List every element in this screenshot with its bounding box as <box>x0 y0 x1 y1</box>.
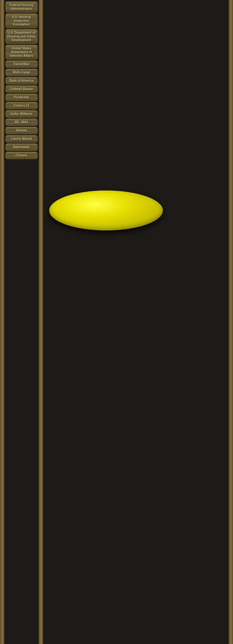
sidebar-item-wells-fargo[interactable]: Wells Fargo <box>6 69 38 76</box>
sidebar-item-federal-housing[interactable]: Federal Housing Administration <box>6 2 38 13</box>
sidebar-item-allstate[interactable]: Allstate <box>6 127 38 134</box>
sidebar-item-us-housing[interactable]: U.S. Housing Inspection Foundation <box>6 14 38 28</box>
sidebar-item-nationwide[interactable]: Nationwide <box>6 143 38 151</box>
left-border <box>0 0 4 644</box>
sidebar-item-century-21[interactable]: Century 21 <box>6 102 38 109</box>
sidebar-item-remax[interactable]: RE / MAX <box>6 119 38 126</box>
sidebar-item-fanniemae[interactable]: FannieMae <box>6 61 38 68</box>
yellow-ellipse <box>49 190 163 230</box>
sidebar-item-liberty-mutual[interactable]: Liberty Mutual <box>6 135 38 143</box>
sidebar-item-prudential[interactable]: Prudential <box>6 94 38 101</box>
sidebar-item-bank-of-america[interactable]: Bank of America <box>6 77 38 84</box>
right-outer-border <box>229 0 233 644</box>
sidebar-item-us-dept-va[interactable]: United States Department of Veterans Aff… <box>6 45 38 60</box>
sidebar-item-us-dept-hud[interactable]: U.S. Department of Housing and Urban Dev… <box>6 29 38 44</box>
main-content <box>43 0 229 644</box>
sidebar-item-citizens[interactable]: Citizens <box>6 152 38 159</box>
sidebar-item-coldwell-banker[interactable]: Coldwell Banker <box>6 85 38 93</box>
sidebar-item-keller-williams[interactable]: Keller Williams <box>6 110 38 118</box>
sidebar-right-border <box>39 0 43 644</box>
sidebar: Federal Housing AdministrationU.S. Housi… <box>4 0 39 644</box>
